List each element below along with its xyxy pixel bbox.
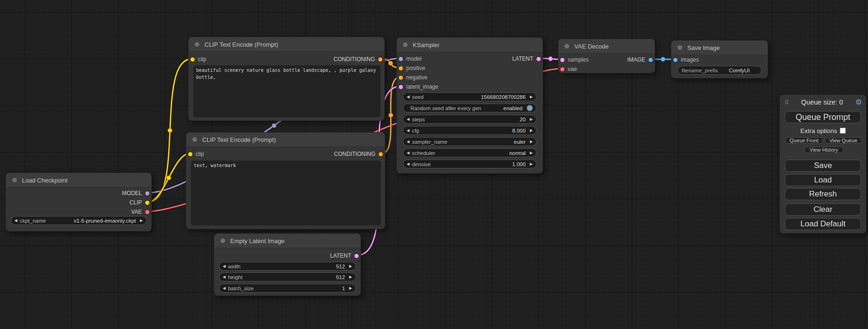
node-load-checkpoint[interactable]: Load CheckpointMODELCLIPVAE◀ckpt_namev1-… bbox=[6, 173, 152, 231]
output-slot-model[interactable]: MODEL bbox=[6, 189, 151, 197]
increment-arrow-icon[interactable]: ▶ bbox=[530, 151, 533, 155]
node-title-bar[interactable]: Empty Latent Image bbox=[214, 234, 360, 248]
link-midpoint-dot[interactable] bbox=[272, 123, 276, 128]
node-clip-text-encode-positive[interactable]: CLIP Text Encode (Prompt)clipCONDITIONIN… bbox=[188, 37, 385, 121]
increment-arrow-icon[interactable]: ▶ bbox=[530, 129, 533, 133]
collapse-dot-icon[interactable] bbox=[192, 137, 197, 142]
view-history-button[interactable]: View History bbox=[804, 147, 844, 153]
conditioning-output-dot[interactable] bbox=[378, 57, 382, 62]
link-midpoint-dot[interactable] bbox=[388, 113, 393, 118]
clip-output-dot[interactable] bbox=[145, 201, 149, 205]
collapse-dot-icon[interactable] bbox=[195, 42, 199, 47]
filename-prefix-widget[interactable]: filename_prefixComfyUI bbox=[677, 66, 762, 75]
drag-handle-icon[interactable]: ⠿ bbox=[784, 99, 789, 105]
increment-arrow-icon[interactable]: ▶ bbox=[530, 95, 533, 99]
link-midpoint-dot[interactable] bbox=[168, 128, 172, 133]
image-output-dot[interactable] bbox=[649, 58, 653, 62]
input-slot-images[interactable]: images bbox=[671, 56, 768, 64]
steps-widget[interactable]: ◀steps20▶ bbox=[403, 115, 536, 124]
queue-front-button[interactable]: Queue Front bbox=[785, 137, 823, 144]
load-button[interactable]: Load bbox=[785, 174, 861, 186]
vae-output-dot[interactable] bbox=[145, 210, 149, 214]
link-midpoint-dot[interactable] bbox=[661, 57, 665, 62]
clear-button[interactable]: Clear bbox=[785, 203, 861, 216]
link-midpoint-dot[interactable] bbox=[388, 61, 393, 66]
input-slot-positive[interactable]: positive bbox=[397, 64, 543, 72]
batch-size-widget[interactable]: ◀batch_size1▶ bbox=[219, 284, 356, 293]
node-title-bar[interactable]: CLIP Text Encode (Prompt) bbox=[186, 133, 385, 147]
conditioning-input-dot[interactable] bbox=[399, 66, 403, 70]
input-slot-vae[interactable]: vae bbox=[558, 65, 655, 73]
output-slot-latent[interactable]: LATENT bbox=[397, 55, 543, 63]
node-title-bar[interactable]: VAE Decode bbox=[558, 39, 655, 54]
decrement-arrow-icon[interactable]: ◀ bbox=[407, 118, 409, 121]
node-empty-latent-image[interactable]: Empty Latent ImageLATENT◀width512▶◀heigh… bbox=[214, 233, 361, 296]
prompt-textarea[interactable]: beautiful scenery nature glass bottle la… bbox=[193, 65, 381, 117]
save-button[interactable]: Save bbox=[785, 160, 861, 172]
input-slot-latent_image[interactable]: latent_image bbox=[397, 83, 543, 91]
node-title-bar[interactable]: CLIP Text Encode (Prompt) bbox=[189, 37, 384, 52]
increment-arrow-icon[interactable]: ▶ bbox=[349, 265, 352, 268]
output-slot-vae[interactable]: VAE bbox=[6, 208, 151, 216]
model-output-dot[interactable] bbox=[145, 191, 149, 196]
increment-arrow-icon[interactable]: ▶ bbox=[349, 275, 352, 279]
decrement-arrow-icon[interactable]: ◀ bbox=[407, 95, 409, 99]
decrement-arrow-icon[interactable]: ◀ bbox=[223, 275, 226, 279]
ckpt-name-widget[interactable]: ◀ckpt_namev1-5-pruned-emaonly.ckpt▶ bbox=[11, 216, 147, 225]
decrement-arrow-icon[interactable]: ◀ bbox=[407, 129, 409, 133]
image-input-dot[interactable] bbox=[673, 58, 677, 62]
height-widget[interactable]: ◀height512▶ bbox=[219, 273, 356, 281]
increment-arrow-icon[interactable]: ▶ bbox=[530, 162, 533, 166]
extra-options-checkbox[interactable] bbox=[840, 128, 846, 133]
decrement-arrow-icon[interactable]: ◀ bbox=[407, 140, 409, 144]
sampler-name-widget[interactable]: ◀sampler_nameeuler▶ bbox=[403, 137, 536, 146]
latent-output-dot[interactable] bbox=[354, 254, 359, 258]
vae-input-dot[interactable] bbox=[560, 67, 565, 71]
collapse-dot-icon[interactable] bbox=[12, 178, 17, 182]
conditioning-output-dot[interactable] bbox=[379, 152, 383, 156]
load-default-button[interactable]: Load Default bbox=[785, 218, 861, 230]
output-slot-latent[interactable]: LATENT bbox=[214, 252, 360, 260]
gear-icon[interactable]: ⚙ bbox=[855, 98, 862, 106]
view-queue-button[interactable]: View Queue bbox=[825, 137, 862, 144]
latent-output-dot[interactable] bbox=[536, 57, 541, 61]
decrement-arrow-icon[interactable]: ◀ bbox=[407, 162, 409, 166]
prompt-textarea[interactable]: text, watermark bbox=[191, 161, 381, 225]
node-title-bar[interactable]: Load Checkpoint bbox=[6, 173, 151, 188]
cfg-widget[interactable]: ◀cfg8.000▶ bbox=[403, 126, 536, 135]
increment-arrow-icon[interactable]: ▶ bbox=[140, 219, 143, 223]
link-midpoint-dot[interactable] bbox=[548, 56, 553, 61]
output-slot-conditioning[interactable]: CONDITIONING bbox=[189, 55, 384, 63]
toggle-icon[interactable] bbox=[527, 105, 533, 111]
denoise-widget[interactable]: ◀denoise1.000▶ bbox=[403, 160, 536, 168]
refresh-button[interactable]: Refresh bbox=[785, 188, 861, 200]
width-widget[interactable]: ◀width512▶ bbox=[219, 262, 356, 271]
increment-arrow-icon[interactable]: ▶ bbox=[530, 118, 533, 121]
latent-input-dot[interactable] bbox=[399, 85, 403, 89]
node-title-bar[interactable]: KSampler bbox=[397, 38, 543, 52]
node-title-bar[interactable]: Save Image bbox=[671, 41, 768, 55]
scheduler-widget[interactable]: ◀schedulernormal▶ bbox=[403, 148, 536, 157]
decrement-arrow-icon[interactable]: ◀ bbox=[223, 265, 226, 268]
queue-prompt-button[interactable]: Queue Prompt bbox=[785, 111, 861, 123]
node-ksampler[interactable]: KSamplermodelpositivenegativelatent_imag… bbox=[396, 37, 543, 174]
random-seed-after-every-gen-widget[interactable]: Random seed after every genenabled bbox=[403, 104, 536, 112]
increment-arrow-icon[interactable]: ▶ bbox=[349, 287, 352, 290]
output-slot-image[interactable]: IMAGE bbox=[558, 56, 655, 64]
output-slot-clip[interactable]: CLIP bbox=[6, 198, 151, 207]
collapse-dot-icon[interactable] bbox=[220, 238, 225, 243]
collapse-dot-icon[interactable] bbox=[565, 44, 569, 49]
node-vae-decode[interactable]: VAE DecodesamplesvaeIMAGE bbox=[558, 39, 655, 73]
collapse-dot-icon[interactable] bbox=[403, 42, 408, 47]
input-slot-negative[interactable]: negative bbox=[397, 73, 543, 82]
decrement-arrow-icon[interactable]: ◀ bbox=[14, 219, 17, 223]
conditioning-input-dot[interactable] bbox=[399, 76, 403, 80]
link-midpoint-dot[interactable] bbox=[167, 175, 171, 180]
seed-widget[interactable]: ◀seed156680208700286▶ bbox=[403, 92, 536, 101]
node-save-image[interactable]: Save Imageimagesfilename_prefixComfyUI bbox=[671, 40, 768, 78]
collapse-dot-icon[interactable] bbox=[677, 45, 682, 50]
output-slot-conditioning[interactable]: CONDITIONING bbox=[186, 150, 385, 158]
decrement-arrow-icon[interactable]: ◀ bbox=[407, 151, 409, 155]
decrement-arrow-icon[interactable]: ◀ bbox=[223, 287, 226, 290]
node-clip-text-encode-negative[interactable]: CLIP Text Encode (Prompt)clipCONDITIONIN… bbox=[186, 132, 385, 229]
